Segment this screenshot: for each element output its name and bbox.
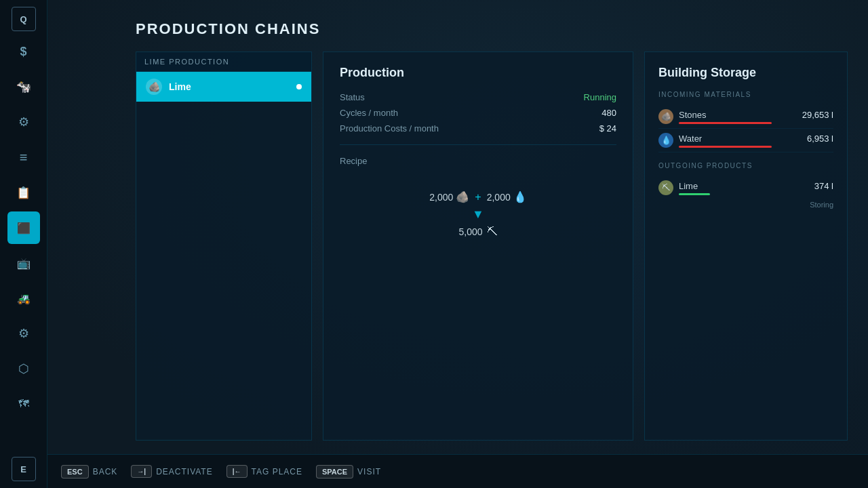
cycles-label: Cycles / month	[340, 108, 398, 118]
action-back: ESC Back	[61, 465, 117, 479]
recipe-input1: 2,000 🪨	[429, 190, 469, 203]
sidebar-item-settings[interactable]: ⚙	[7, 317, 40, 350]
lime-product-icon: ⛏	[658, 180, 673, 195]
recipe-input2: 2,000 💧	[487, 190, 527, 203]
production-title: Production	[340, 66, 616, 80]
status-label: Status	[340, 92, 365, 102]
action-deactivate-label: Deactivate	[156, 467, 213, 476]
panels-row: Lime Production 🪨 Lime Production Status…	[136, 52, 848, 441]
main-content: Production Chains Lime Production 🪨 Lime…	[47, 0, 868, 454]
recipe-title: Recipe	[340, 156, 616, 166]
product-row-lime: ⛏ Lime 374 l	[658, 176, 833, 197]
sidebar-key-e[interactable]: E	[12, 457, 36, 481]
lime-wrap: Lime 374 l	[679, 181, 833, 195]
stones-name: Stones	[679, 110, 802, 120]
network-icon: ⬡	[18, 361, 29, 376]
sidebar-item-gear1[interactable]: ⚙	[7, 106, 40, 138]
material-row-water: 💧 Water 6,953 l	[658, 129, 833, 152]
input1-amount: 2,000	[429, 192, 453, 203]
outgoing-section: Outgoing Products ⛏ Lime 374 l Storing	[658, 162, 833, 210]
outgoing-label: Outgoing Products	[658, 162, 833, 169]
lime-bar	[679, 193, 710, 195]
sidebar: Q $ 🐄 ⚙ ≡ 📋 ⬛ 📺 🚜 ⚙ ⬡ 🗺 E	[0, 0, 47, 488]
production-icon: ⬛	[17, 222, 31, 235]
divider	[340, 144, 616, 145]
key-space: SPACE	[316, 465, 353, 479]
monitor-icon: 📺	[17, 257, 31, 270]
chain-section-label: Lime Production	[136, 52, 311, 72]
chain-item-lime[interactable]: 🪨 Lime	[136, 72, 311, 102]
action-visit: SPACE Visit	[316, 465, 381, 479]
panel-chains: Lime Production 🪨 Lime	[136, 52, 312, 441]
stones-bar	[679, 122, 772, 124]
storing-status: Storing	[810, 201, 833, 209]
chain-item-dot	[296, 84, 302, 89]
atlas-icon: 🗺	[18, 398, 29, 410]
sidebar-item-monitor[interactable]: 📺	[7, 247, 40, 279]
action-back-label: Back	[93, 467, 118, 476]
sidebar-item-network[interactable]: ⬡	[7, 352, 40, 385]
recipe-plus: +	[475, 191, 481, 203]
sidebar-item-books[interactable]: 📋	[7, 176, 40, 209]
costs-value: $ 24	[599, 123, 616, 134]
bottom-bar: ESC Back →| Deactivate |← Tag Place SPAC…	[47, 454, 868, 488]
dollar-icon: $	[20, 45, 26, 59]
settings-icon: ⚙	[18, 326, 29, 341]
lime-output-icon: ⛏	[487, 226, 498, 238]
key-deactivate: →|	[131, 465, 152, 478]
output-amount: 5,000	[458, 226, 482, 237]
incoming-label: Incoming Materials	[658, 91, 833, 98]
sidebar-item-atlas[interactable]: 🗺	[7, 388, 40, 420]
action-tag-place: |← Tag Place	[226, 465, 302, 478]
action-deactivate: →| Deactivate	[131, 465, 212, 478]
chain-item-label: Lime	[169, 81, 191, 92]
page-title: Production Chains	[136, 20, 848, 38]
input2-amount: 2,000	[487, 192, 511, 203]
water-icon: 💧	[658, 133, 673, 148]
stones-icon: 🪨	[658, 109, 673, 124]
books-icon: 📋	[16, 186, 31, 200]
sidebar-item-economy[interactable]: $	[7, 35, 40, 68]
sidebar-item-notes[interactable]: ≡	[7, 141, 40, 174]
cycles-value: 480	[601, 108, 616, 118]
panel-storage: Building Storage Incoming Materials 🪨 St…	[644, 52, 848, 441]
water-bar	[679, 146, 772, 148]
stones-wrap: Stones 29,653 l	[679, 110, 833, 124]
status-value: Running	[584, 92, 616, 102]
recipe-arrow-down: ▼	[472, 207, 484, 222]
stones-value: 29,653 l	[802, 110, 833, 120]
status-row: Status Running	[340, 92, 616, 102]
vehicles-icon: 🚜	[17, 292, 31, 305]
gear1-icon: ⚙	[18, 115, 29, 129]
water-name: Water	[679, 134, 807, 144]
lime-chain-icon: 🪨	[146, 79, 162, 95]
costs-label: Production Costs / month	[340, 123, 439, 134]
panel-production: Production Status Running Cycles / month…	[323, 52, 633, 441]
cycles-row: Cycles / month 480	[340, 108, 616, 118]
action-tag-label: Tag Place	[252, 467, 302, 476]
notes-icon: ≡	[20, 150, 28, 165]
sidebar-item-production[interactable]: ⬛	[7, 211, 40, 244]
sidebar-item-vehicles[interactable]: 🚜	[7, 282, 40, 314]
water-recipe-icon: 💧	[513, 190, 527, 203]
key-esc: ESC	[61, 465, 89, 479]
recipe-inputs: 2,000 🪨 + 2,000 💧	[429, 190, 526, 203]
water-wrap: Water 6,953 l	[679, 134, 833, 148]
recipe-area: 2,000 🪨 + 2,000 💧 ▼ 5,000 ⛏	[340, 177, 616, 251]
stones-recipe-icon: 🪨	[456, 190, 469, 203]
costs-row: Production Costs / month $ 24	[340, 123, 616, 134]
livestock-icon: 🐄	[16, 79, 31, 94]
storage-title: Building Storage	[658, 66, 833, 80]
key-tag: |←	[226, 465, 248, 478]
lime-product-value: 374 l	[814, 181, 833, 191]
sidebar-key-q[interactable]: Q	[12, 7, 36, 31]
recipe-output: 5,000 ⛏	[458, 226, 497, 238]
material-row-stones: 🪨 Stones 29,653 l	[658, 105, 833, 129]
action-visit-label: Visit	[357, 467, 381, 476]
lime-product-name: Lime	[679, 181, 814, 191]
sidebar-item-livestock[interactable]: 🐄	[7, 70, 40, 103]
water-value: 6,953 l	[807, 134, 833, 144]
